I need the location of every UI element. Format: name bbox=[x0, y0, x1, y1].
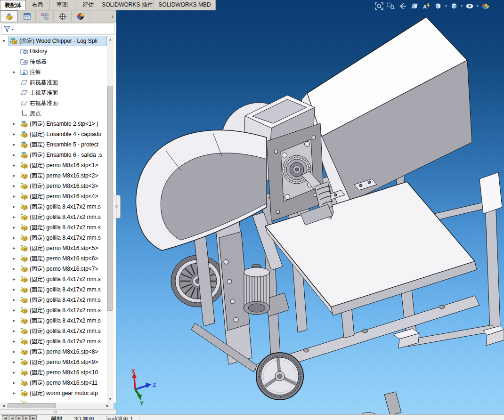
tree-item[interactable]: ▸(固定) perno M8x16.stp<6> bbox=[0, 253, 107, 264]
tree-item[interactable]: ▸(固定) golilla 8.4x17x2 mm.s bbox=[0, 315, 107, 326]
tree-item[interactable]: ▸(固定) perno M8x16.stp<3> bbox=[0, 181, 107, 191]
tree-item[interactable]: ▸(固定) worm gear motor.stp bbox=[0, 388, 107, 398]
tree-item[interactable]: ▸(固定) golilla 8.4x17x2 mm.s bbox=[0, 305, 107, 315]
tree-item[interactable]: ▸(固定) perno M8x16.stp<4> bbox=[0, 191, 107, 202]
expander-icon[interactable]: ▸ bbox=[11, 328, 17, 334]
jump-start-button[interactable]: |◀ bbox=[2, 415, 8, 420]
panel-side-splitter[interactable] bbox=[114, 195, 121, 218]
tree-horizontal-scrollbar[interactable]: ◀ ▶ bbox=[0, 403, 114, 409]
tree-item[interactable]: ▸(固定) Ensamble 2.stp<1> ( bbox=[0, 119, 107, 129]
tree-item[interactable]: ▸(固定) perno M8x16.stp<7> bbox=[0, 264, 107, 274]
tree-item[interactable]: ▸(固定) golilla 8.4x17x2 mm.s bbox=[0, 222, 107, 233]
tree-item[interactable]: ▸(固定) Ensamble 6 - salida .s bbox=[0, 150, 107, 160]
expander-icon[interactable]: ▸ bbox=[11, 338, 17, 345]
expander-icon[interactable]: ▸ bbox=[11, 369, 17, 376]
tree-item[interactable]: ▸(固定) perno M8x16.stp<1> bbox=[0, 160, 107, 170]
view-orientation-dropdown-caret[interactable]: ▾ bbox=[445, 4, 447, 8]
tree-item[interactable]: ▸(固定) perno M8x16.stp<5> bbox=[0, 243, 107, 253]
expander-icon[interactable]: ▸ bbox=[11, 121, 17, 127]
expander-icon[interactable]: ▸ bbox=[11, 255, 17, 262]
expander-icon[interactable]: ▸ bbox=[11, 276, 17, 283]
expander-icon[interactable]: ▸ bbox=[11, 266, 17, 272]
expander-icon[interactable]: ▸ bbox=[11, 297, 17, 303]
expander-icon[interactable]: ▸ bbox=[11, 214, 17, 220]
tree-item[interactable]: ▸(固定) Ensamble 5 - protect bbox=[0, 139, 107, 150]
expander-icon[interactable]: ▸ bbox=[11, 359, 17, 365]
tree-item[interactable]: ▸(固定) golilla 8.4x17x2 mm.s bbox=[0, 284, 107, 295]
vertical-scroll-thumb[interactable] bbox=[107, 86, 113, 311]
tree-item[interactable]: ▸A注解 bbox=[0, 67, 107, 77]
tree-item[interactable]: ▸(固定) golilla 8.4x17x2 mm.s bbox=[0, 274, 107, 284]
tab-sketch[interactable]: 草图 bbox=[49, 0, 75, 10]
splitter-grip[interactable] bbox=[115, 205, 118, 208]
expander-icon[interactable]: ▸ bbox=[11, 152, 17, 158]
tree-item[interactable]: 原点 bbox=[0, 108, 107, 119]
panel-tab-propertymanager[interactable] bbox=[18, 11, 36, 22]
hide-show-items-button[interactable] bbox=[465, 2, 474, 10]
panel-tab-configurationmanager[interactable] bbox=[36, 11, 54, 22]
tree-item[interactable]: History bbox=[0, 46, 107, 57]
panel-tab-dimxpertmanager[interactable] bbox=[54, 11, 72, 22]
expander-icon[interactable]: ▸ bbox=[11, 183, 17, 189]
tree-item[interactable]: ▸(固定) perno M8x16.stp<10 bbox=[0, 367, 107, 378]
expander-icon[interactable]: ▸ bbox=[11, 131, 17, 137]
expander-icon[interactable]: ▸ bbox=[11, 203, 17, 210]
expander-icon[interactable]: ▸ bbox=[11, 172, 17, 179]
play-button[interactable]: ▶ bbox=[16, 415, 23, 420]
tree-item[interactable]: ▸(固定) golilla 8.4x17x2 mm.s bbox=[0, 202, 107, 212]
tree-item[interactable]: ▸(固定) golilla 8.4x17x2 mm.s bbox=[0, 336, 107, 347]
display-style-button[interactable] bbox=[449, 2, 459, 10]
zoom-fit-button[interactable] bbox=[374, 2, 384, 10]
tree-item[interactable]: 前视基准面 bbox=[0, 77, 107, 88]
tree-item[interactable]: ▸ bbox=[0, 398, 107, 403]
expander-icon[interactable]: ▾ bbox=[1, 38, 7, 44]
splitter-grip[interactable] bbox=[54, 411, 57, 413]
expander-icon[interactable]: ▸ bbox=[11, 141, 17, 148]
expander-icon[interactable]: ▸ bbox=[11, 390, 17, 396]
tab-overflow-arrow[interactable]: › bbox=[112, 13, 114, 20]
tree-item[interactable]: 右视基准面 bbox=[0, 98, 107, 108]
step-forward-button[interactable]: ▶ bbox=[23, 415, 30, 420]
tree-item[interactable]: ▸(固定) perno M8x16.stp<2> bbox=[0, 170, 107, 181]
zoom-area-button[interactable] bbox=[386, 2, 396, 10]
jump-end-button[interactable]: ▶| bbox=[30, 415, 37, 420]
horizontal-scroll-thumb[interactable] bbox=[8, 403, 56, 408]
hide-show-items-dropdown-caret[interactable]: ▾ bbox=[477, 4, 479, 8]
dynamic-annotation-button[interactable]: A bbox=[422, 2, 431, 10]
previous-view-button[interactable] bbox=[398, 2, 407, 10]
expander-icon[interactable]: ▸ bbox=[11, 69, 17, 75]
panel-tab-displaymanager[interactable] bbox=[72, 11, 89, 22]
tree-item[interactable]: ▸(固定) perno M8x16.stp<9> bbox=[0, 357, 107, 367]
scroll-left-button[interactable]: ◀ bbox=[0, 403, 7, 409]
tab-solidworks-mbd[interactable]: SOLIDWORKS MBD bbox=[154, 0, 216, 10]
tab-evaluate[interactable]: 评估 bbox=[75, 0, 101, 10]
expander-icon[interactable]: ▸ bbox=[11, 234, 17, 241]
view-tab-model[interactable]: 模型 bbox=[45, 415, 68, 420]
expander-icon[interactable]: ▸ bbox=[11, 162, 17, 169]
tree-filter[interactable]: ▾ bbox=[1, 24, 114, 35]
expander-icon[interactable]: ▸ bbox=[11, 286, 17, 293]
expander-icon[interactable]: ▸ bbox=[11, 307, 17, 314]
step-back-button[interactable]: ◀ bbox=[9, 415, 16, 420]
tree-item[interactable]: ▸(固定) Ensamble 4 - captado bbox=[0, 129, 107, 139]
edit-appearance-button[interactable] bbox=[481, 2, 490, 10]
scroll-right-button[interactable]: ▶ bbox=[104, 403, 111, 409]
expander-icon[interactable]: ▸ bbox=[11, 224, 17, 231]
tree-item[interactable]: ▸(固定) golilla 8.4x17x2 mm.s bbox=[0, 326, 107, 336]
tab-assembly[interactable]: 装配体 bbox=[0, 0, 26, 10]
tree-item[interactable]: ▸(固定) perno M8x16.stp<8> bbox=[0, 347, 107, 357]
scroll-up-button[interactable]: ▲ bbox=[107, 36, 114, 43]
expander-icon[interactable]: ▸ bbox=[11, 348, 17, 355]
display-style-dropdown-caret[interactable]: ▾ bbox=[461, 4, 463, 8]
section-view-button[interactable] bbox=[410, 2, 419, 10]
tree-vertical-scrollbar[interactable]: ▲ ▼ bbox=[107, 36, 114, 403]
tab-layout[interactable]: 布局 bbox=[26, 0, 49, 10]
tab-solidworks-addins[interactable]: SOLIDWORKS 插件 bbox=[101, 0, 154, 10]
view-tab-3d-views[interactable]: 3D 视图 bbox=[68, 415, 100, 420]
tree-item[interactable]: ▸(固定) perno M8x16.stp<11 bbox=[0, 378, 107, 388]
tree-item[interactable]: ▸(固定) golilla 8.4x17x2 mm.s bbox=[0, 212, 107, 222]
expander-icon[interactable]: ▸ bbox=[11, 193, 17, 200]
scroll-down-button[interactable]: ▼ bbox=[107, 396, 114, 403]
view-tab-motion-study[interactable]: 运动算例 1 bbox=[100, 415, 139, 420]
expander-icon[interactable]: ▸ bbox=[11, 317, 17, 324]
